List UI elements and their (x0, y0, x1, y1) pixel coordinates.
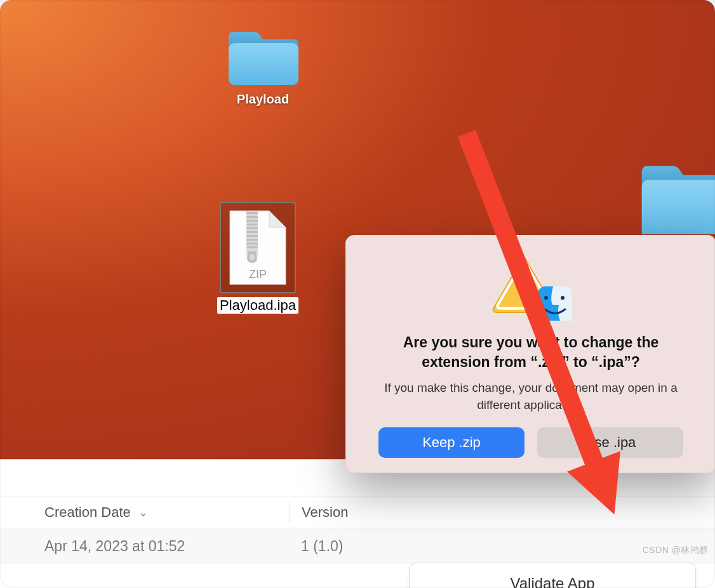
dialog-icon-stack (361, 253, 701, 321)
svg-rect-15 (521, 274, 526, 293)
validate-app-label: Validate App (511, 575, 595, 588)
desktop-folder-right-partial[interactable] (632, 161, 715, 234)
dialog-title: Are you sure you want to change the exte… (367, 333, 695, 372)
svg-rect-9 (246, 235, 258, 237)
desktop-file-playload-ipa[interactable]: ZIP Playload.ipa (217, 202, 298, 314)
svg-rect-7 (246, 227, 258, 229)
file-label-editing[interactable]: Playload.ipa (217, 297, 298, 314)
svg-rect-3 (246, 212, 258, 214)
dialog-body: If you make this change, your document m… (372, 380, 690, 413)
column-header-version[interactable]: Version (302, 504, 348, 520)
svg-rect-12 (246, 246, 258, 248)
svg-point-16 (521, 297, 527, 303)
finder-icon (537, 286, 573, 321)
svg-rect-0 (229, 43, 298, 85)
cell-version: 1 (1.0) (301, 538, 343, 554)
file-selection-highlight: ZIP (220, 202, 296, 293)
svg-rect-8 (246, 231, 258, 233)
zip-file-icon: ZIP (227, 210, 288, 286)
column-header-creation-date[interactable]: Creation Date (44, 504, 131, 521)
column-separator (290, 502, 290, 523)
svg-rect-10 (246, 239, 258, 241)
svg-text:ZIP: ZIP (249, 268, 267, 281)
detail-panel-header: Creation Date ⌄ Version (0, 497, 715, 528)
validate-app-button[interactable]: Validate App (409, 563, 696, 588)
keep-zip-button[interactable]: Keep .zip (378, 427, 525, 458)
folder-icon (636, 161, 715, 234)
svg-point-13 (250, 254, 255, 260)
svg-rect-11 (246, 243, 258, 244)
svg-rect-5 (246, 220, 258, 222)
cell-creation-date: Apr 14, 2023 at 01:52 (44, 538, 185, 554)
svg-rect-6 (246, 224, 258, 225)
svg-rect-4 (246, 216, 258, 218)
folder-label: Playload (237, 92, 289, 107)
detail-panel-row[interactable]: Apr 14, 2023 at 01:52 1 (1.0) (0, 528, 715, 564)
svg-rect-1 (642, 180, 715, 234)
desktop-folder-playload[interactable]: Playload (212, 28, 314, 107)
watermark-text: CSDN @林鸿群 (643, 545, 709, 556)
svg-point-18 (544, 296, 548, 300)
svg-point-19 (561, 296, 565, 300)
folder-icon (225, 28, 301, 88)
use-ipa-button[interactable]: Use .ipa (537, 427, 683, 458)
sort-indicator-icon: ⌄ (138, 505, 148, 519)
change-extension-dialog: Are you sure you want to change the exte… (345, 235, 715, 473)
